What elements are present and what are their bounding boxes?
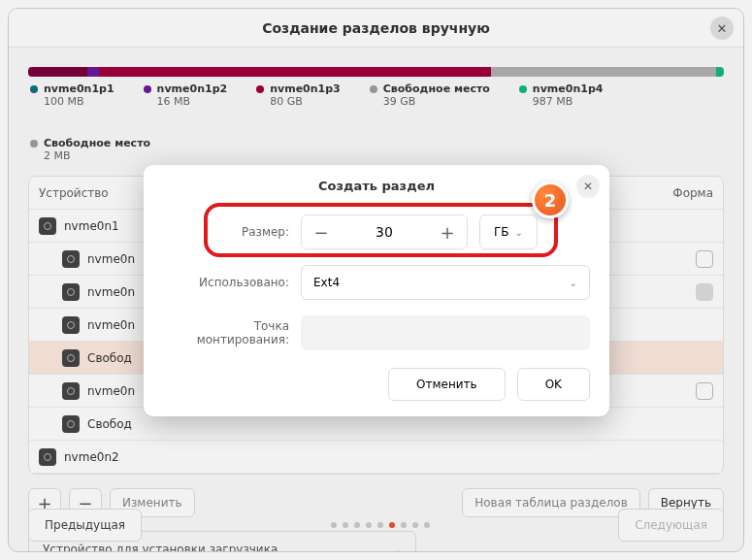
annotation-number: 2 (544, 190, 557, 211)
dialog-actions: Отменить OK (144, 358, 609, 401)
cancel-button[interactable]: Отменить (388, 368, 506, 401)
mount-row: Точка монтирования: (144, 308, 609, 358)
size-label: Размер: (163, 225, 289, 239)
chevron-down-icon: ⌄ (515, 227, 523, 238)
size-stepper: − + (301, 214, 468, 249)
used-row: Использовано: Ext4 ⌄ (144, 257, 609, 308)
size-input[interactable] (341, 224, 428, 240)
annotation-badge: 2 (532, 181, 569, 218)
size-increase-button[interactable]: + (428, 215, 467, 248)
close-dialog-button[interactable]: ✕ (576, 175, 600, 198)
used-label: Использовано: (163, 276, 289, 289)
filesystem-value: Ext4 (313, 276, 340, 289)
size-unit-value: ГБ (494, 225, 509, 239)
mount-label: Точка монтирования: (163, 319, 289, 346)
chevron-down-icon: ⌄ (570, 278, 577, 288)
ok-button[interactable]: OK (517, 368, 590, 401)
size-decrease-button[interactable]: − (302, 215, 341, 248)
filesystem-select[interactable]: Ext4 ⌄ (301, 265, 590, 300)
size-unit-select[interactable]: ГБ ⌄ (479, 214, 538, 249)
mount-point-input[interactable] (301, 315, 590, 350)
